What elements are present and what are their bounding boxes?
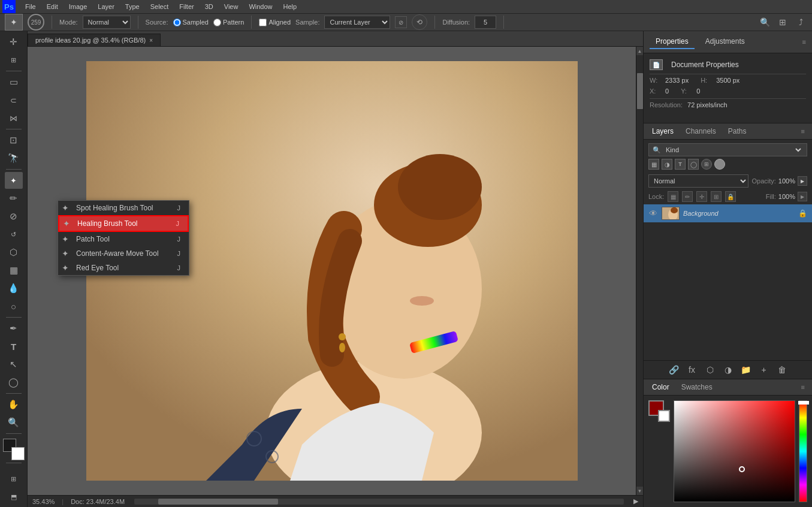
layer-fx-btn[interactable]: fx — [686, 363, 699, 376]
share-btn[interactable]: ⤴ — [794, 16, 807, 29]
lock-brush-btn[interactable]: ✏ — [682, 191, 693, 202]
kind-shape-icon[interactable]: ◯ — [688, 159, 699, 170]
aligned-checkbox[interactable] — [259, 19, 267, 26]
tab-layers[interactable]: Layers — [646, 123, 680, 139]
zoom-tool[interactable]: 🔍 — [5, 414, 23, 431]
menu-3d[interactable]: 3D — [200, 2, 218, 11]
menu-edit[interactable]: Edit — [42, 2, 63, 11]
lock-artboard-btn[interactable]: ⊞ — [711, 191, 722, 202]
layer-delete-btn[interactable]: 🗑 — [775, 363, 789, 376]
layer-mask-btn[interactable]: ⬡ — [704, 363, 717, 376]
brush-size-display[interactable]: 259 — [28, 14, 44, 31]
canvas-vscroll[interactable]: ▲ ▼ — [636, 47, 643, 495]
pen-tool[interactable]: ✒ — [5, 320, 23, 337]
layer-new-btn[interactable]: + — [757, 363, 771, 376]
marquee-tool[interactable]: ▭ — [5, 74, 23, 90]
quick-mask-btn[interactable]: ⊞ — [5, 470, 23, 487]
sample-select[interactable]: Current Layer All Layers — [324, 16, 390, 29]
doc-properties-label: Document Properties — [671, 61, 739, 69]
history-tool[interactable]: ↺ — [5, 226, 23, 243]
layer-visibility-icon[interactable]: 👁 — [648, 209, 658, 218]
tab-swatches[interactable]: Swatches — [675, 379, 719, 395]
layer-adj-btn[interactable]: ◑ — [722, 363, 735, 376]
menu-image[interactable]: Image — [64, 2, 92, 11]
menu-filter[interactable]: Filter — [174, 2, 198, 11]
tab-properties[interactable]: Properties — [650, 35, 695, 49]
menu-layer[interactable]: Layer — [93, 2, 119, 11]
layer-group-btn[interactable]: 📁 — [739, 363, 753, 376]
kind-pixel-icon[interactable]: ▦ — [648, 159, 659, 170]
menu-window[interactable]: Window — [244, 2, 277, 11]
lock-move-btn[interactable]: ✛ — [696, 191, 707, 202]
source-pattern-radio[interactable] — [213, 19, 221, 26]
lasso-tool[interactable]: ⊂ — [5, 92, 23, 108]
vscroll-thumb[interactable] — [637, 73, 643, 109]
blend-mode-select[interactable]: Normal Multiply Screen — [648, 174, 748, 188]
color-gradient-picker[interactable] — [674, 400, 795, 502]
doc-tab-main[interactable]: profile ideas 20.jpg @ 35.4% (RGB/8) × — [28, 34, 161, 46]
workspace-btn[interactable]: ⊞ — [776, 16, 789, 29]
layers-kind-select[interactable]: Kind Name Effect — [663, 146, 803, 154]
eyedropper-tool[interactable]: 🔭 — [5, 150, 23, 167]
vscroll-up-btn[interactable]: ▲ — [636, 47, 644, 55]
crop-tool[interactable]: ⊡ — [5, 132, 23, 149]
layers-panel-menu[interactable]: ≡ — [801, 128, 810, 135]
shape-tool[interactable]: ◯ — [5, 374, 23, 391]
hand-tool[interactable]: ✋ — [5, 396, 23, 413]
ctx-healing-brush[interactable]: ✦ Healing Brush Tool J — [58, 215, 189, 232]
source-sampled-radio[interactable] — [173, 19, 181, 26]
eraser-tool[interactable]: ⬡ — [5, 244, 23, 261]
properties-header: Properties Adjustments ≡ — [644, 31, 812, 53]
tab-channels[interactable]: Channels — [680, 123, 722, 139]
color-hue-slider[interactable] — [799, 400, 807, 502]
lock-pixel-btn[interactable]: ▦ — [668, 191, 678, 202]
dodge-tool[interactable]: ○ — [5, 298, 23, 315]
magic-wand-tool[interactable]: ⋈ — [5, 110, 23, 126]
kind-adjustment-icon[interactable]: ◑ — [662, 159, 672, 170]
stamp-tool[interactable]: ⊘ — [5, 208, 23, 225]
brush-tool[interactable]: ✏ — [5, 190, 23, 207]
lock-all-btn[interactable]: 🔒 — [725, 191, 736, 202]
ctx-content-aware[interactable]: ✦ Content-Aware Move Tool J — [58, 246, 189, 261]
menu-view[interactable]: View — [219, 2, 243, 11]
search-btn[interactable]: 🔍 — [758, 16, 771, 29]
ctx-patch-tool[interactable]: ✦ Patch Tool J — [58, 232, 189, 246]
blur-tool[interactable]: 💧 — [5, 280, 23, 297]
artboard-tool[interactable]: ⊞ — [5, 52, 23, 68]
brush-angle-btn[interactable]: ⟲ — [412, 14, 427, 30]
menu-select[interactable]: Select — [146, 2, 174, 11]
ctx-red-eye[interactable]: ✦ Red Eye Tool J — [58, 261, 189, 275]
menu-file[interactable]: File — [20, 2, 41, 11]
hscroll-thumb[interactable] — [158, 499, 278, 505]
screen-mode-btn[interactable]: ⬒ — [5, 488, 23, 505]
opacity-stepper[interactable]: ▶ — [798, 176, 807, 186]
tab-adjustments[interactable]: Adjustments — [699, 35, 751, 49]
type-tool[interactable]: T — [5, 338, 23, 355]
kind-smart-icon[interactable]: ⊞ — [701, 159, 712, 170]
layer-item-background[interactable]: 👁 Background 🔒 — [644, 204, 812, 222]
menu-type[interactable]: Type — [120, 2, 144, 11]
doc-tab-close[interactable]: × — [149, 37, 153, 44]
source-sampled-label: Sampled — [173, 19, 209, 26]
background-color[interactable] — [11, 447, 25, 460]
fill-stepper[interactable]: ▶ — [798, 192, 807, 201]
tab-color[interactable]: Color — [646, 379, 675, 395]
gradient-tool[interactable]: ▦ — [5, 262, 23, 279]
healing-tool[interactable]: ✦ — [5, 172, 23, 189]
color-panel-menu[interactable]: ≡ — [801, 384, 810, 391]
path-selection-tool[interactable]: ↖ — [5, 356, 23, 373]
mode-select[interactable]: Normal Replace — [83, 16, 131, 29]
tab-paths[interactable]: Paths — [722, 123, 753, 139]
panel-menu-icon[interactable]: ≡ — [802, 38, 806, 46]
color-background-swatch[interactable] — [658, 410, 670, 422]
canvas-container[interactable]: ✦ Spot Healing Brush Tool J ✦ Healing Br… — [28, 47, 636, 495]
tool-sep-1 — [6, 71, 22, 71]
menu-help[interactable]: Help — [279, 2, 302, 11]
ctx-spot-healing[interactable]: ✦ Spot Healing Brush Tool J — [58, 201, 189, 215]
vscroll-down-btn[interactable]: ▼ — [636, 487, 644, 495]
diffusion-input[interactable] — [475, 16, 496, 29]
move-tool[interactable]: ✛ — [5, 34, 23, 50]
layer-link-btn[interactable]: 🔗 — [668, 363, 681, 376]
kind-type-icon[interactable]: T — [675, 159, 686, 170]
hscroll-track[interactable] — [134, 499, 624, 505]
